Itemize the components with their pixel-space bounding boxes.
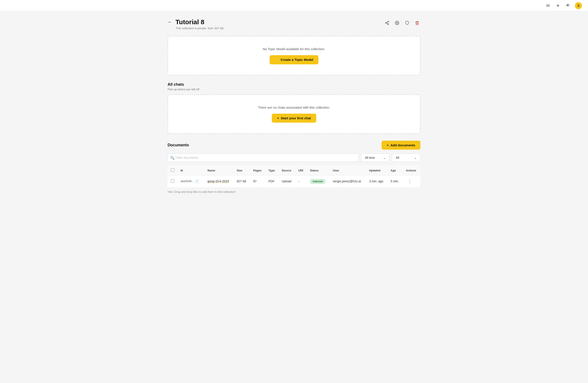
topbar: ✉ ☀ 👁 S	[0, 0, 588, 11]
settings-button[interactable]	[394, 20, 400, 26]
shield-button[interactable]	[404, 20, 410, 26]
cell-type: PDF	[265, 176, 279, 187]
cell-source: Upload	[278, 176, 295, 187]
documents-table: Id Name Size Pages Type Source URI Statu…	[168, 165, 420, 187]
create-topic-model-label: Create a Topic Model	[281, 58, 314, 62]
table-header-checkbox	[168, 166, 178, 176]
page-title: Tutorial 8	[175, 18, 204, 26]
col-actions: Actions	[403, 166, 420, 176]
file-icon: 📄	[195, 180, 199, 183]
table-row: abd3048... 📄 goog-10-k-2023 927 kB 97 PD…	[168, 176, 420, 187]
cell-user: sergio.perez@h2o.ai	[330, 176, 366, 187]
status-badge: Indexed	[310, 179, 325, 184]
topic-model-box: No Topic Model available for this collec…	[168, 36, 420, 75]
documents-heading: Documents	[168, 143, 189, 147]
col-source: Source	[278, 166, 295, 176]
page-title-row: ← Tutorial 8	[168, 18, 224, 26]
svg-line-4	[386, 22, 388, 23]
cell-size: 927 kB	[234, 176, 250, 187]
add-documents-button[interactable]: + Add documents	[382, 141, 420, 150]
chats-empty-box: There are no chats associated with this …	[168, 94, 420, 134]
col-name: Name	[204, 166, 234, 176]
col-user: User	[330, 166, 366, 176]
select-all-checkbox[interactable]	[171, 168, 174, 172]
cell-actions: ⋮	[403, 176, 420, 187]
svg-line-3	[386, 23, 388, 24]
time-filter-dropdown[interactable]: All time ⌄	[361, 154, 389, 162]
cell-name: goog-10-k-2023	[204, 176, 234, 187]
back-button[interactable]: ←	[168, 19, 172, 25]
share-button[interactable]	[384, 20, 390, 26]
start-first-chat-button[interactable]: + Start your first chat	[272, 114, 316, 123]
chats-subheading: Pick up where you left off.	[168, 88, 420, 91]
col-uri: URI	[295, 166, 307, 176]
col-type: Type	[265, 166, 279, 176]
add-documents-icon: +	[387, 143, 389, 147]
search-icon: 🔍	[170, 156, 175, 160]
sun-icon[interactable]: ☀	[555, 3, 561, 9]
cell-id: abd3048... 📄	[177, 176, 204, 187]
row-checkbox-cell	[168, 176, 178, 187]
col-id: Id	[177, 166, 204, 176]
col-updated: Updated	[366, 166, 387, 176]
col-age: Age	[387, 166, 403, 176]
page-header: ← Tutorial 8 This collection is private.…	[168, 18, 420, 30]
col-pages: Pages	[250, 166, 265, 176]
start-first-chat-label: Start your first chat	[281, 116, 311, 120]
drag-drop-hint: Hint: Drag and drop files to add them to…	[168, 190, 420, 193]
header-actions	[384, 20, 420, 26]
plus-icon: +	[277, 116, 279, 120]
col-size: Size	[234, 166, 250, 176]
collection-subtitle: This collection is private. Size: 927 kB…	[176, 27, 224, 30]
row-actions-button[interactable]: ⋮	[406, 179, 414, 184]
chats-heading: All chats	[168, 82, 420, 87]
documents-header: Documents + Add documents	[168, 141, 420, 150]
create-topic-model-button[interactable]: ⚡ Create a Topic Model	[270, 55, 319, 64]
svg-point-5	[397, 23, 398, 23]
main-content: ← Tutorial 8 This collection is private.…	[159, 11, 429, 206]
chevron-down-icon-2: ⌄	[414, 156, 417, 159]
chevron-down-icon: ⌄	[383, 156, 386, 159]
avatar[interactable]: S	[575, 2, 582, 9]
documents-header-left: Documents	[168, 143, 189, 147]
eye-icon[interactable]: 👁	[565, 3, 571, 9]
cell-age: 5 min.	[387, 176, 403, 187]
type-filter-label: All	[396, 156, 399, 159]
col-status: Status	[307, 166, 330, 176]
back-arrow-icon: ←	[168, 19, 172, 25]
delete-button[interactable]	[414, 20, 420, 26]
chats-empty-text: There are no chats associated with this …	[258, 106, 330, 109]
row-checkbox[interactable]	[171, 179, 174, 183]
cell-updated: 3 min. ago	[366, 176, 387, 187]
page-header-left: ← Tutorial 8 This collection is private.…	[168, 18, 224, 30]
doc-id-text: abd3048...	[180, 180, 194, 183]
cell-uri: -	[295, 176, 307, 187]
bolt-icon: ⚡	[275, 58, 279, 62]
cell-status: Indexed	[307, 176, 330, 187]
cell-pages: 97	[250, 176, 265, 187]
search-wrap: 🔍	[168, 154, 358, 162]
filter-row: 🔍 All time ⌄ All ⌄	[168, 154, 420, 162]
doc-name-link[interactable]: goog-10-k-2023	[208, 180, 229, 183]
inbox-icon[interactable]: ✉	[545, 3, 551, 9]
topic-model-empty-text: No Topic Model available for this collec…	[263, 47, 325, 51]
filter-documents-input[interactable]	[168, 154, 358, 162]
type-filter-dropdown[interactable]: All ⌄	[392, 154, 420, 162]
table-header-row: Id Name Size Pages Type Source URI Statu…	[168, 166, 420, 176]
add-documents-label: Add documents	[391, 143, 415, 147]
time-filter-label: All time	[365, 156, 375, 159]
